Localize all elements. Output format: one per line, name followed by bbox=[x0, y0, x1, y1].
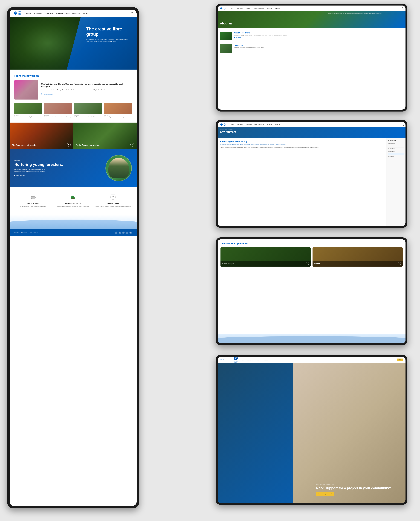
view-feature-button[interactable]: ▶ VIEW FEATURE bbox=[14, 175, 25, 176]
grants-nav-stories[interactable]: STORIES bbox=[255, 360, 260, 360]
green-triangle-card[interactable]: Green Triangle ▶ bbox=[220, 247, 311, 267]
featured-news-body: We've partnered with The LifeChanger Fou… bbox=[41, 89, 132, 91]
env-sidebar-public[interactable]: Public Access bbox=[388, 155, 404, 158]
grants-logo-graphic: O bbox=[235, 357, 237, 360]
about-search-icon[interactable] bbox=[402, 8, 403, 9]
footer-privacy[interactable]: Privacy Policy bbox=[21, 232, 27, 233]
facebook-icon[interactable]: f bbox=[115, 231, 117, 234]
news-grid-item-1[interactable]: 16 Oct 2019 Local students showcase why … bbox=[14, 103, 42, 118]
grants-nav-about[interactable]: ABOUT bbox=[242, 360, 245, 360]
nelson-btn[interactable]: ▶ bbox=[398, 262, 401, 265]
nav-community[interactable]: COMMUNITY bbox=[45, 13, 53, 14]
news-grid-item-4[interactable]: 13 Oct 2019 Demonstrating environmental … bbox=[104, 103, 132, 118]
logo-icon bbox=[13, 11, 17, 15]
about-card-content-1: About OneFortyOne As the largest vertica… bbox=[234, 32, 287, 40]
people-title: Nurturing young foresters. bbox=[14, 162, 101, 167]
env-nav-about[interactable]: ABOUT bbox=[231, 124, 234, 125]
about-tablet: OneFortyOne ABOUT OPERATIONS COMMUNITY N… bbox=[216, 4, 407, 112]
footer-wave bbox=[10, 215, 137, 229]
nav-products[interactable]: PRODUCTS bbox=[72, 13, 80, 14]
hero-subtitle: As the largest vertically integrated bus… bbox=[86, 38, 132, 43]
featured-news-content: 09 Oct 2019 NEWS & MEDIA OneFortyOne and… bbox=[41, 80, 132, 100]
operations-title: Discover our operations bbox=[220, 242, 403, 245]
environment-tablet: OneFortyOne ABOUT OPERATIONS COMMUNITY N… bbox=[216, 120, 407, 228]
green-triangle-btn[interactable]: ▶ bbox=[306, 262, 309, 265]
news-grid-item-2[interactable]: 16 Oct 2019 Plenty to celebrate as Nelso… bbox=[44, 103, 72, 118]
env-search-icon[interactable] bbox=[402, 124, 403, 125]
public-access-banner-card[interactable]: Public Access Information ▶ bbox=[73, 123, 137, 149]
about-read-more-1[interactable]: READ MORE bbox=[234, 37, 287, 38]
grants-back-link[interactable]: Back to OneFortyOne.com.au bbox=[220, 359, 231, 360]
email-icon[interactable]: @ bbox=[129, 231, 132, 234]
nav-operations[interactable]: OPERATIONS bbox=[34, 13, 42, 14]
about-nav-operations[interactable]: OPERATIONS bbox=[237, 8, 243, 9]
about-hero: At vero eos et accusamus et iusto odio d… bbox=[218, 11, 405, 28]
env-sidebar-health[interactable]: Health & Safety bbox=[388, 147, 404, 150]
environment-icon bbox=[69, 194, 77, 200]
grants-nav-guidelines[interactable]: GUIDELINES bbox=[247, 360, 253, 360]
question-mark-icon: ? bbox=[109, 193, 117, 200]
env-nav-links: ABOUT OPERATIONS COMMUNITY NEWS & RESOUR… bbox=[231, 123, 402, 126]
fire-banner-card[interactable]: Fire Awareness Information ▶ bbox=[10, 123, 73, 149]
nelson-card[interactable]: Nelson ▶ bbox=[313, 247, 403, 267]
grants-logo[interactable]: O OneFortyOne COMMUNITY GRANTS bbox=[233, 357, 238, 363]
env-nav-products[interactable]: PRODUCTS bbox=[267, 124, 272, 125]
env-nav-news[interactable]: NEWS & RESOURCES bbox=[255, 124, 264, 125]
footer-links: Contact us Privacy Policy Terms & Condit… bbox=[14, 231, 132, 234]
env-page-title: Environment bbox=[220, 130, 403, 133]
about-nav-about[interactable]: ABOUT bbox=[231, 8, 234, 9]
read-article-button[interactable]: ▶ READ ARTICLE bbox=[41, 93, 52, 95]
footer-contact[interactable]: Contact us bbox=[14, 232, 19, 233]
environment-tablet-screen: OneFortyOne ABOUT OPERATIONS COMMUNITY N… bbox=[218, 122, 405, 226]
env-sidebar-fire[interactable]: Fire Awareness bbox=[388, 150, 404, 153]
about-card-2: Our History Lorem ipsum dolor sit amet, … bbox=[220, 42, 403, 55]
did-you-know-item: ? Did you know? We have an annual harves… bbox=[94, 193, 132, 209]
about-nav-community[interactable]: COMMUNITY bbox=[246, 8, 252, 9]
env-sidebar-environment[interactable]: Environment bbox=[388, 153, 404, 155]
people-section: PEOPLE Nurturing young foresters. Schola… bbox=[10, 149, 137, 187]
grants-nav-partnerships[interactable]: PARTNERSHIPS bbox=[262, 360, 269, 360]
linkedin-icon[interactable]: in bbox=[119, 231, 121, 234]
about-card-image-1 bbox=[220, 32, 232, 40]
view-feature-icon: ▶ bbox=[14, 175, 15, 176]
people-label: PEOPLE bbox=[14, 160, 101, 161]
news-grid-item-3[interactable]: 13 Oct 2019 Combining Forces to care for… bbox=[74, 103, 102, 118]
nav-news[interactable]: NEWS & RESOURCES bbox=[56, 13, 69, 14]
icons-row: Health & Safety We have developed a visi… bbox=[10, 187, 137, 215]
about-nav-products[interactable]: PRODUCTS bbox=[267, 8, 272, 9]
about-logo-text: OneFortyOne bbox=[224, 6, 226, 10]
about-nav-contact[interactable]: CONTACT bbox=[275, 8, 280, 9]
main-logo[interactable]: One Forty One bbox=[13, 11, 22, 15]
env-nav-operations[interactable]: OPERATIONS bbox=[237, 124, 243, 125]
featured-news: 09 Oct 2019 NEWS & MEDIA OneFortyOne and… bbox=[14, 80, 132, 100]
env-sidebar-green-triangle[interactable]: Green Triangle bbox=[388, 142, 404, 145]
about-nav-news[interactable]: NEWS & RESOURCES bbox=[255, 8, 264, 9]
featured-news-headline: OneFortyOne and The LifeChanger Foundati… bbox=[41, 83, 132, 88]
fire-banner-text: Fire Awareness Information bbox=[12, 144, 37, 146]
logo-text: One Forty One bbox=[18, 11, 22, 15]
footer: Contact us Privacy Policy Terms & Condit… bbox=[10, 229, 137, 236]
grants-hero-title: Need support for a project in your commu… bbox=[316, 486, 401, 490]
nav-contact[interactable]: CONTACT bbox=[82, 13, 89, 14]
grants-cta-button[interactable]: Tell us about your project bbox=[316, 492, 334, 496]
nav-about[interactable]: ABOUT bbox=[26, 13, 31, 14]
footer-terms[interactable]: Terms & Conditions bbox=[30, 232, 38, 233]
youtube-icon[interactable]: ▶ bbox=[122, 231, 125, 234]
env-nav-contact[interactable]: CONTACT bbox=[275, 124, 280, 125]
public-access-banner-arrow: ▶ bbox=[130, 143, 134, 146]
hero-text-block: The creative fibre group As the largest … bbox=[86, 26, 132, 43]
search-icon[interactable] bbox=[131, 12, 133, 14]
env-logo[interactable]: OneFortyOne bbox=[220, 123, 226, 126]
about-logo[interactable]: OneFortyOne bbox=[220, 6, 226, 10]
apply-button[interactable]: Apply bbox=[397, 359, 403, 361]
twitter-icon[interactable]: t bbox=[126, 231, 128, 234]
env-sidebar-nelson[interactable]: Nelson bbox=[388, 145, 404, 147]
did-you-know-body: We have an annual harvest of 1.2 million… bbox=[94, 206, 132, 209]
env-section-title: Protecting our biodiversity bbox=[220, 140, 384, 143]
footer-social: f in ▶ t @ bbox=[115, 231, 132, 234]
health-safety-item: Health & Safety We have developed a visi… bbox=[14, 193, 52, 209]
grants-tablet-screen: Back to OneFortyOne.com.au O OneFortyOne… bbox=[218, 357, 405, 503]
person-silhouette bbox=[108, 158, 129, 178]
env-nav-community[interactable]: COMMUNITY bbox=[246, 124, 252, 125]
env-sidebar-title: In this section bbox=[388, 140, 404, 141]
